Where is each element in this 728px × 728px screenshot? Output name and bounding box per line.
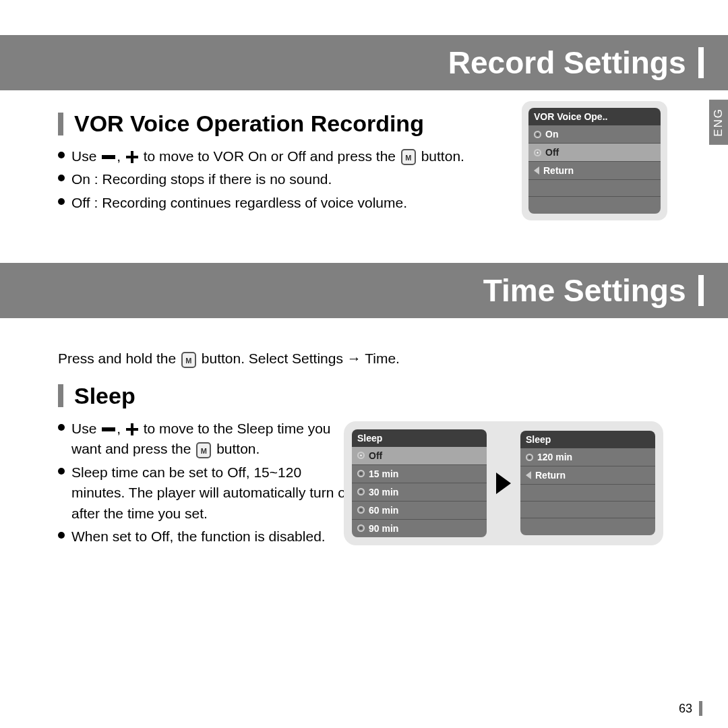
page-number: 63 xyxy=(679,701,702,716)
heading-text: Sleep xyxy=(74,383,135,409)
radio-icon xyxy=(526,454,533,461)
time-intro: Press and hold the M button. Select Sett… xyxy=(58,351,701,367)
time-section: Press and hold the M button. Select Sett… xyxy=(0,318,728,556)
m-button-icon: M xyxy=(181,352,196,368)
radio-icon xyxy=(534,131,541,138)
back-icon xyxy=(534,166,539,175)
sleep-screen-2: Sleep 120 min Return xyxy=(520,431,655,535)
device-title: Sleep xyxy=(352,429,487,447)
device-row: 15 min xyxy=(352,465,487,483)
bullet-icon xyxy=(58,468,65,475)
section-band-time: Time Settings xyxy=(0,263,728,318)
vor-bullet-list: Use , to move to VOR On or Off and press… xyxy=(58,146,489,213)
sleep-screen-1: Sleep Off 15 min 30 min 60 min 90 min xyxy=(352,429,487,537)
plus-icon xyxy=(126,423,138,435)
device-row-empty xyxy=(528,197,661,214)
radio-icon xyxy=(357,470,365,477)
sleep-bullet-list: Use , to move to the Sleep time you want… xyxy=(58,419,355,547)
bullet-text: Sleep time can be set to Off, 15~120 min… xyxy=(71,462,355,524)
device-row-empty xyxy=(520,485,655,502)
heading-bar-icon xyxy=(58,384,63,407)
device-row-empty xyxy=(520,502,655,518)
sleep-device-screenshots: Sleep Off 15 min 30 min 60 min 90 min xyxy=(344,421,663,545)
bullet-icon xyxy=(58,532,65,539)
vor-section: ENG VOR Voice Operation Recording Use , … xyxy=(0,90,728,222)
radio-icon xyxy=(357,488,365,495)
bullet-icon xyxy=(58,198,65,205)
m-button-icon: M xyxy=(401,149,416,165)
bullet-icon xyxy=(58,175,65,181)
radio-icon xyxy=(357,506,365,514)
heading-bar-icon xyxy=(58,113,63,135)
device-row-return: Return xyxy=(528,162,661,180)
device-row: 60 min xyxy=(352,502,487,520)
band-separator xyxy=(698,275,704,306)
band-separator xyxy=(698,47,704,78)
device-title: Sleep xyxy=(520,431,655,448)
device-row-empty xyxy=(528,180,661,197)
heading-text: VOR Voice Operation Recording xyxy=(74,111,424,137)
radio-selected-icon xyxy=(357,452,365,459)
heading-sleep: Sleep xyxy=(58,383,701,409)
minus-icon xyxy=(102,427,115,431)
page-separator-icon xyxy=(699,701,702,716)
device-row-on: On xyxy=(528,125,661,144)
device-row: 30 min xyxy=(352,483,487,502)
plus-icon xyxy=(126,151,138,163)
device-row: 90 min xyxy=(352,520,487,537)
radio-icon xyxy=(357,524,365,532)
back-icon xyxy=(526,471,531,479)
device-row-off: Off xyxy=(528,144,661,162)
bullet-text: Off : Recording continues regardless of … xyxy=(71,193,489,213)
minus-icon xyxy=(102,155,115,159)
device-row: 120 min xyxy=(520,448,655,466)
device-row: Off xyxy=(352,447,487,465)
arrow-right-icon xyxy=(496,473,511,494)
device-row-empty xyxy=(520,518,655,535)
language-tab: ENG xyxy=(709,100,728,145)
bullet-text: Use , to move to VOR On or Off and press… xyxy=(71,146,489,166)
vor-device-screenshot: VOR Voice Ope.. On Off Return xyxy=(522,101,667,220)
bullet-icon xyxy=(58,152,65,158)
device-row-return: Return xyxy=(520,466,655,485)
band-title: Time Settings xyxy=(483,272,686,309)
bullet-text: When set to Off, the function is disable… xyxy=(71,526,355,547)
band-title: Record Settings xyxy=(448,44,686,81)
device-title: VOR Voice Ope.. xyxy=(528,108,661,125)
bullet-icon xyxy=(58,424,65,431)
bullet-text: Use , to move to the Sleep time you want… xyxy=(71,419,355,460)
bullet-text: On : Recording stops if there is no soun… xyxy=(71,169,489,189)
radio-selected-icon xyxy=(534,149,541,156)
section-band-record: Record Settings xyxy=(0,35,728,90)
m-button-icon: M xyxy=(196,442,211,458)
